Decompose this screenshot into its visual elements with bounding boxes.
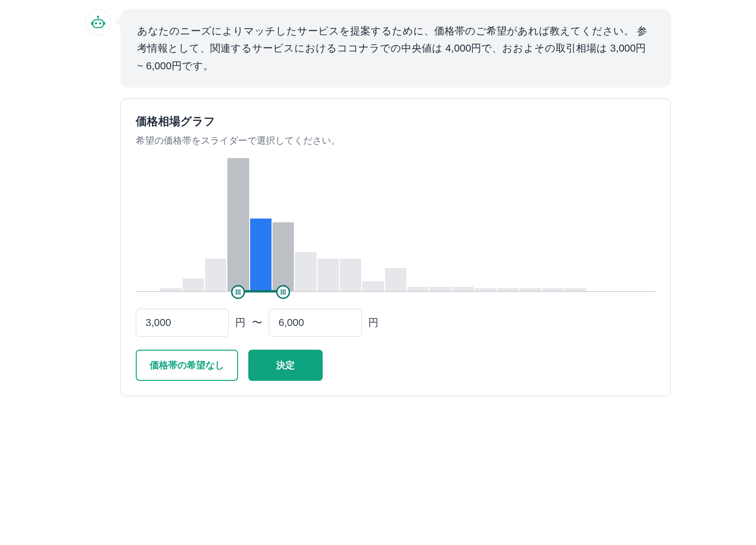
svg-rect-5 [91, 22, 93, 25]
histogram-bar [250, 219, 272, 292]
svg-rect-6 [104, 22, 105, 25]
svg-point-3 [95, 22, 97, 25]
tilde-separator: 〜 [252, 316, 262, 330]
card-subtitle: 希望の価格帯をスライダーで選択してください。 [136, 134, 656, 147]
currency-unit: 円 [368, 316, 378, 330]
currency-unit: 円 [235, 316, 245, 330]
grip-icon [236, 289, 240, 295]
histogram-bar [183, 279, 204, 292]
card-title: 価格相場グラフ [136, 114, 656, 129]
bot-avatar [85, 9, 111, 35]
slider-handle-min[interactable] [231, 285, 245, 299]
histogram-bar [340, 259, 361, 292]
axis-line [136, 291, 656, 292]
histogram-bar [295, 252, 316, 292]
slider-handle-max[interactable] [276, 285, 290, 299]
histogram-bar [205, 259, 226, 292]
price-range-card: 価格相場グラフ 希望の価格帯をスライダーで選択してください。 円 〜 円 価格帯… [120, 99, 671, 396]
svg-rect-2 [93, 20, 104, 27]
histogram-bar [227, 158, 249, 292]
price-histogram [136, 158, 656, 298]
histogram-bar [362, 281, 384, 292]
no-preference-button[interactable]: 価格帯の希望なし [136, 350, 238, 381]
grip-icon [281, 289, 285, 295]
min-price-input[interactable] [136, 309, 229, 337]
bubble-tail [115, 18, 121, 27]
histogram-bar [385, 268, 406, 292]
robot-icon [90, 14, 106, 31]
histogram-bar [272, 222, 294, 292]
decide-button[interactable]: 決定 [248, 350, 323, 381]
histogram-bar [318, 259, 339, 292]
svg-point-4 [99, 22, 101, 25]
bot-message: あなたのニーズによりマッチしたサービスを提案するために、価格帯のご希望があれば教… [120, 9, 671, 87]
svg-point-0 [97, 15, 99, 18]
max-price-input[interactable] [269, 309, 362, 337]
